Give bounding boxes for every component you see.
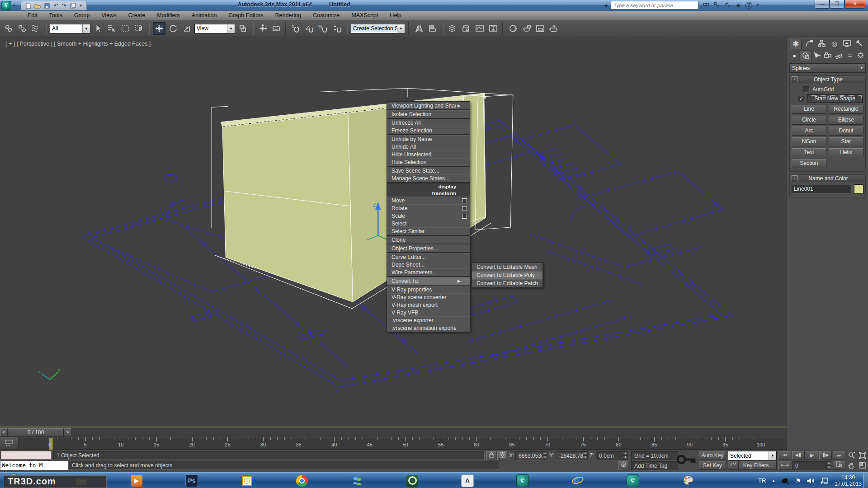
context-menu-item[interactable]: V-Ray VFB ▶ <box>387 309 470 316</box>
context-menu-item[interactable]: Unfreeze All ▶ <box>387 119 470 127</box>
subtab-spacewarps-icon[interactable]: ≈ <box>844 51 855 60</box>
selection-filter-dropdown[interactable]: All▼ <box>50 24 90 33</box>
network-icon[interactable] <box>820 477 829 484</box>
set-key-filters-curve-icon[interactable] <box>728 461 739 470</box>
submenu-item[interactable]: Convert to Editable Patch <box>472 279 542 287</box>
context-menu-item[interactable]: Scale ▶ <box>387 212 470 220</box>
z-spinner[interactable]: ▲▼ <box>623 451 628 460</box>
use-pivot-point-center-icon[interactable] <box>237 23 249 34</box>
context-menu-item[interactable]: Clone ▶ <box>387 236 470 244</box>
go-to-end-button[interactable]: ⏭ <box>833 451 845 460</box>
settings-box-icon[interactable] <box>462 214 467 219</box>
next-frame-arrow[interactable]: > <box>64 428 71 437</box>
play-button[interactable]: ▶ <box>806 451 818 460</box>
container-toolbar-icon[interactable] <box>460 23 472 34</box>
context-menu-item[interactable]: Unhide All ▶ <box>387 143 470 150</box>
menu-bar-item[interactable]: Group <box>68 11 96 19</box>
autogrid-checkbox[interactable] <box>803 86 810 93</box>
mirror-icon[interactable] <box>413 23 425 34</box>
minimize-button[interactable]: — <box>815 0 830 9</box>
spline-category-dropdown[interactable]: Splines ▼ <box>789 63 866 73</box>
menu-bar-item[interactable]: Modifiers <box>151 11 186 19</box>
rectangular-selection-region-icon[interactable] <box>119 23 131 34</box>
zoom-tool-icon[interactable] <box>846 450 857 460</box>
tray-expand-icon[interactable]: ▲ <box>771 479 775 483</box>
select-and-link-icon[interactable] <box>3 23 14 34</box>
subtab-shapes-icon[interactable] <box>800 51 811 61</box>
subtab-cameras-icon[interactable] <box>822 51 833 60</box>
tab-utilities-icon[interactable] <box>854 39 865 48</box>
restore-button[interactable]: ❐ <box>830 0 844 9</box>
menu-bar-item[interactable]: Views <box>95 11 122 19</box>
context-menu-item[interactable]: Manage Scene States... ▶ <box>387 174 470 183</box>
shape-button[interactable]: Line <box>792 105 826 114</box>
context-menu-item[interactable]: Rotate ▶ <box>387 204 470 212</box>
context-menu-item[interactable]: Unhide by Name ▶ <box>387 135 470 143</box>
shape-button[interactable]: Rectangle <box>829 105 863 114</box>
select-and-move-icon[interactable] <box>153 22 165 35</box>
shape-button[interactable]: Helix <box>829 148 863 157</box>
collapse-search-icon[interactable]: ◀ <box>604 3 607 8</box>
submenu-item[interactable]: Convert to Editable Poly <box>472 271 542 279</box>
set-key-button[interactable]: Set Key <box>699 461 726 470</box>
shape-button[interactable]: Arc <box>792 127 826 136</box>
time-tag-cube-icon[interactable] <box>618 461 628 470</box>
rendered-frame-window-icon[interactable] <box>534 23 546 34</box>
context-menu-item[interactable]: Convert To: ▶ <box>387 277 470 286</box>
taskbar-internet-explorer[interactable]: e <box>569 474 587 487</box>
animation-key-set-dropdown[interactable]: Selected▼ <box>728 451 777 460</box>
start-new-shape-checkbox[interactable]: ✓ <box>798 96 804 102</box>
communication-center-icon[interactable] <box>724 2 731 9</box>
add-time-tag[interactable]: Add Time Tag <box>631 461 679 470</box>
show-desktop-button[interactable] <box>863 473 868 488</box>
bind-to-space-warp-icon[interactable] <box>30 23 42 34</box>
x-spinner[interactable]: ▲▼ <box>542 451 547 460</box>
tray-clock[interactable]: 14:39 17.01.2013 <box>835 474 862 487</box>
tab-motion-icon[interactable]: ◎ <box>829 39 840 48</box>
audio-device-icon[interactable] <box>781 477 790 485</box>
search-icon[interactable] <box>702 2 709 9</box>
context-menu-item[interactable]: .vrscene animation exporter ▶ <box>387 324 470 332</box>
named-selection-sets-dropdown[interactable]: Create Selection Se▼ <box>351 24 405 33</box>
context-menu-item[interactable]: display ▶ <box>387 183 470 190</box>
menu-bar-item[interactable]: Animation <box>186 11 223 19</box>
help-icon[interactable]: ? <box>745 2 752 9</box>
context-menu-item[interactable]: Viewport Lighting and Shadows ▶ <box>387 102 470 110</box>
timeline-ruler[interactable]: 0510152025303540455055606570758085909510… <box>0 437 787 450</box>
curve-editor-icon[interactable] <box>474 23 486 34</box>
window-crossing-toggle-icon[interactable] <box>133 23 145 34</box>
menu-bar-item[interactable]: Tools <box>43 11 68 19</box>
zoom-extents-icon[interactable] <box>857 450 868 460</box>
menu-bar-item[interactable]: Create <box>123 11 151 19</box>
object-type-rollout-header[interactable]: - Object Type <box>790 76 865 83</box>
name-color-rollout-header[interactable]: - Name and Color <box>790 175 865 182</box>
render-production-icon[interactable] <box>548 23 560 34</box>
tab-display-icon[interactable] <box>842 39 853 48</box>
context-menu-item[interactable]: Freeze Selection ▶ <box>387 127 470 135</box>
context-menu-item[interactable]: Select ▶ <box>387 220 470 227</box>
render-setup-icon[interactable] <box>521 23 533 34</box>
menu-bar-item[interactable]: Customize <box>307 11 345 19</box>
help-dropdown-icon[interactable]: ▼ <box>756 3 760 7</box>
auto-key-button[interactable]: Auto Key <box>699 451 726 460</box>
favorites-star-icon[interactable]: ★ <box>735 2 742 9</box>
menu-bar-item[interactable]: MAXScript <box>345 11 384 19</box>
layer-manager-icon[interactable] <box>447 23 458 34</box>
close-button[interactable]: ✕ <box>844 0 865 9</box>
context-menu-item[interactable]: Move ▶ <box>387 197 470 204</box>
taskbar-chrome[interactable] <box>293 474 311 487</box>
taskbar-scheduler[interactable] <box>238 474 256 487</box>
context-menu-item[interactable]: V-Ray scene converter ▶ <box>387 293 470 301</box>
menu-bar-item[interactable]: Graph Editors <box>222 11 269 19</box>
select-and-rotate-icon[interactable] <box>167 23 179 34</box>
angle-snap-toggle-icon[interactable] <box>304 23 316 34</box>
tab-hierarchy-icon[interactable] <box>816 39 827 48</box>
taskbar-media-green[interactable] <box>403 474 421 487</box>
select-by-name-icon[interactable] <box>106 23 118 34</box>
align-icon[interactable] <box>427 23 439 34</box>
menu-bar-item[interactable]: Help <box>384 11 407 19</box>
maxscript-mini-listener[interactable] <box>1 451 52 460</box>
shape-button[interactable]: Section <box>792 159 826 168</box>
taskbar-paint[interactable] <box>679 474 697 487</box>
snap-toggle-3d-icon[interactable]: 3 <box>290 23 302 34</box>
